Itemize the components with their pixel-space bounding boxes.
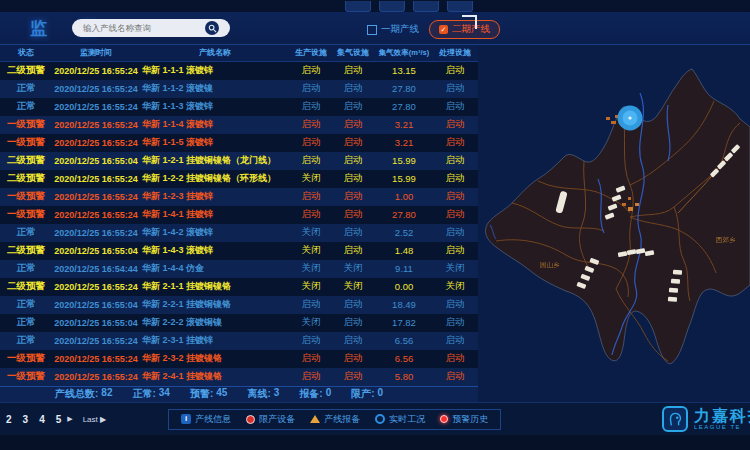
table-row[interactable]: 二级预警 2020/12/25 16:55:24 华新 1-2-2 挂镀铜镍铬（… bbox=[0, 170, 478, 188]
phase-filter-group: 一期产线 ✓ 二期产线 bbox=[367, 20, 500, 39]
triangle-icon bbox=[310, 415, 320, 423]
production-facility-cell: 启动 bbox=[290, 370, 332, 383]
line-name-cell: 华新 1-4-2 滚镀锌 bbox=[140, 226, 290, 239]
summary-item: 离线:3 bbox=[247, 387, 279, 401]
table-row[interactable]: 正常 2020/12/25 16:55:24 华新 1-1-3 滚镀锌 启动 启… bbox=[0, 98, 478, 116]
legend-line-report[interactable]: 产线报备 bbox=[310, 413, 360, 426]
treatment-facility-cell: 启动 bbox=[434, 172, 476, 185]
production-facility-cell: 启动 bbox=[290, 334, 332, 347]
treatment-facility-cell: 启动 bbox=[434, 190, 476, 203]
time-cell: 2020/12/25 16:55:24 bbox=[52, 84, 140, 94]
gas-collection-cell: 启动 bbox=[332, 118, 374, 131]
summary-label: 限产: bbox=[351, 387, 374, 401]
col-treat: 处理设施 bbox=[434, 47, 476, 58]
treatment-facility-cell: 启动 bbox=[434, 244, 476, 257]
efficiency-cell: 5.80 bbox=[374, 371, 434, 382]
monitor-table-panel: 状态 监测时间 产线名称 生产设施 集气设施 集气效率(m³/s) 处理设施 二… bbox=[0, 45, 478, 402]
table-row[interactable]: 一级预警 2020/12/25 16:55:24 华新 2-4-1 挂镀镍铬 启… bbox=[0, 368, 478, 386]
table-row[interactable]: 正常 2020/12/25 16:55:24 华新 2-3-1 挂镀锌 启动 启… bbox=[0, 332, 478, 350]
treatment-facility-cell: 启动 bbox=[434, 154, 476, 167]
status-cell: 一级预警 bbox=[0, 208, 52, 221]
table-row[interactable]: 正常 2020/12/25 16:55:24 华新 1-4-2 滚镀锌 关闭 启… bbox=[0, 224, 478, 242]
page-button[interactable]: 4 bbox=[39, 414, 45, 425]
status-cell: 二级预警 bbox=[0, 64, 52, 77]
gas-collection-cell: 启动 bbox=[332, 352, 374, 365]
col-eff: 集气效率(m³/s) bbox=[374, 48, 434, 58]
efficiency-cell: 27.80 bbox=[374, 83, 434, 94]
legend-restricted-device[interactable]: 限产设备 bbox=[246, 413, 295, 426]
table-row[interactable]: 一级预警 2020/12/25 16:55:24 华新 1-4-1 挂镀锌 启动… bbox=[0, 206, 478, 224]
gas-collection-cell: 关闭 bbox=[332, 262, 374, 275]
legend-bar: i 产线信息 限产设备 产线报备 实时工况 预警历史 bbox=[168, 409, 501, 430]
page-button[interactable]: 5 bbox=[56, 414, 62, 425]
line-name-cell: 华新 1-4-3 滚镀锌 bbox=[140, 244, 290, 257]
time-cell: 2020/12/25 16:55:24 bbox=[52, 372, 140, 382]
status-cell: 二级预警 bbox=[0, 154, 52, 167]
line-name-cell: 华新 1-1-5 滚镀锌 bbox=[140, 136, 290, 149]
logo-text: 力嘉科技 LEAGUE TE bbox=[694, 408, 750, 430]
treatment-facility-cell: 启动 bbox=[434, 118, 476, 131]
map-marker[interactable] bbox=[618, 106, 643, 131]
status-cell: 一级预警 bbox=[0, 118, 52, 131]
line-name-cell: 华新 1-1-4 滚镀锌 bbox=[140, 118, 290, 131]
search-input[interactable] bbox=[81, 22, 203, 34]
legend-realtime-status[interactable]: 实时工况 bbox=[375, 413, 425, 426]
table-row[interactable]: 一级预警 2020/12/25 16:55:24 华新 1-2-3 挂镀锌 启动… bbox=[0, 188, 478, 206]
phase1-label: 一期产线 bbox=[381, 23, 419, 36]
phase1-checkbox[interactable]: 一期产线 bbox=[367, 23, 419, 36]
summary-item: 限产:0 bbox=[351, 387, 383, 401]
table-row[interactable]: 一级预警 2020/12/25 16:55:24 华新 1-1-5 滚镀锌 启动… bbox=[0, 134, 478, 152]
status-cell: 正常 bbox=[0, 226, 52, 239]
table-row[interactable]: 二级预警 2020/12/25 16:55:04 华新 1-2-1 挂镀铜镍铬（… bbox=[0, 152, 478, 170]
table-row[interactable]: 正常 2020/12/25 16:55:04 华新 2-2-2 滚镀铜镍 关闭 … bbox=[0, 314, 478, 332]
last-page-button[interactable]: Last ▶ bbox=[83, 415, 107, 424]
table-row[interactable]: 正常 2020/12/25 16:55:24 华新 1-1-2 滚镀镍 启动 启… bbox=[0, 80, 478, 98]
checkbox-icon bbox=[367, 25, 377, 35]
region-map[interactable]: 园山乡 西郊乡 bbox=[478, 45, 750, 402]
gas-collection-cell: 启动 bbox=[332, 100, 374, 113]
page-button[interactable]: 3 bbox=[23, 414, 29, 425]
production-facility-cell: 关闭 bbox=[290, 172, 332, 185]
pagination: 2 3 4 5 bbox=[6, 414, 61, 425]
treatment-facility-cell: 启动 bbox=[434, 334, 476, 347]
treatment-facility-cell: 启动 bbox=[434, 226, 476, 239]
line-name-cell: 华新 1-4-4 仿金 bbox=[140, 262, 290, 275]
treatment-facility-cell: 关闭 bbox=[434, 280, 476, 293]
check-icon: ✓ bbox=[439, 25, 448, 34]
search-icon[interactable] bbox=[205, 21, 219, 35]
table-row[interactable]: 一级预警 2020/12/25 16:55:24 华新 2-3-2 挂镀镍铬 启… bbox=[0, 350, 478, 368]
efficiency-cell: 1.00 bbox=[374, 191, 434, 202]
treatment-facility-cell: 关闭 bbox=[434, 262, 476, 275]
info-icon: i bbox=[181, 414, 191, 424]
alarm-icon bbox=[440, 415, 448, 423]
table-row[interactable]: 正常 2020/12/25 16:55:04 华新 2-2-1 挂镀铜镍铬 启动… bbox=[0, 296, 478, 314]
table-row[interactable]: 二级预警 2020/12/25 16:55:24 华新 1-1-1 滚镀锌 启动… bbox=[0, 62, 478, 80]
col-line: 产线名称 bbox=[140, 47, 290, 58]
line-name-cell: 华新 1-1-2 滚镀镍 bbox=[140, 82, 290, 95]
table-row[interactable]: 一级预警 2020/12/25 16:55:24 华新 1-1-4 滚镀锌 启动… bbox=[0, 116, 478, 134]
next-page-button[interactable]: ▶ bbox=[67, 415, 72, 423]
gas-collection-cell: 启动 bbox=[332, 370, 374, 383]
table-row[interactable]: 二级预警 2020/12/25 16:55:04 华新 1-4-3 滚镀锌 关闭… bbox=[0, 242, 478, 260]
gas-collection-cell: 启动 bbox=[332, 82, 374, 95]
col-status: 状态 bbox=[0, 47, 52, 58]
treatment-facility-cell: 启动 bbox=[434, 100, 476, 113]
status-cell: 二级预警 bbox=[0, 172, 52, 185]
time-cell: 2020/12/25 16:55:24 bbox=[52, 120, 140, 130]
gas-collection-cell: 启动 bbox=[332, 226, 374, 239]
decor-tab bbox=[345, 1, 371, 12]
table-body: 二级预警 2020/12/25 16:55:24 华新 1-1-1 滚镀锌 启动… bbox=[0, 62, 478, 386]
gauge-icon bbox=[375, 414, 385, 424]
legend-line-info[interactable]: i 产线信息 bbox=[181, 413, 231, 426]
table-row[interactable]: 二级预警 2020/12/25 16:55:24 华新 2-1-1 挂镀铜镍铬 … bbox=[0, 278, 478, 296]
efficiency-cell: 3.21 bbox=[374, 137, 434, 148]
table-row[interactable]: 正常 2020/12/25 16:54:44 华新 1-4-4 仿金 关闭 关闭… bbox=[0, 260, 478, 278]
page-button[interactable]: 2 bbox=[6, 414, 12, 425]
line-name-cell: 华新 2-4-1 挂镀镍铬 bbox=[140, 370, 290, 383]
line-name-cell: 华新 1-4-1 挂镀锌 bbox=[140, 208, 290, 221]
search-box[interactable] bbox=[72, 19, 230, 37]
treatment-facility-cell: 启动 bbox=[434, 208, 476, 221]
legend-warning-history[interactable]: 预警历史 bbox=[440, 413, 488, 426]
line-name-cell: 华新 1-2-1 挂镀铜镍铬（龙门线） bbox=[140, 154, 290, 167]
treatment-facility-cell: 启动 bbox=[434, 298, 476, 311]
